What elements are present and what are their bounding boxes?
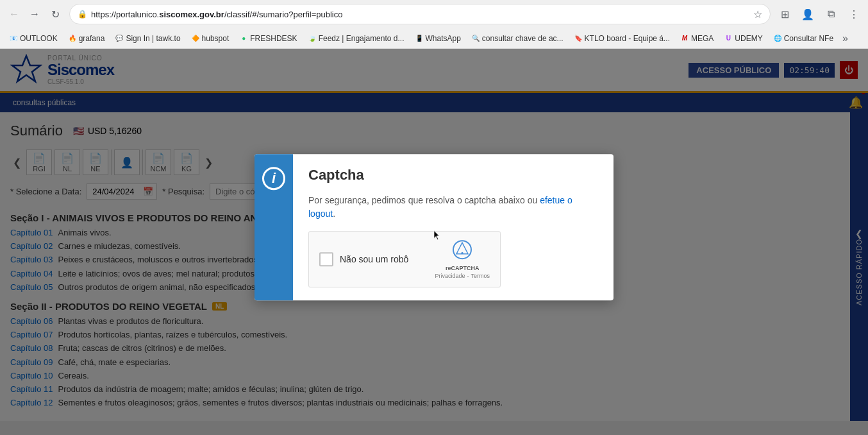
dialog-message-after: . bbox=[333, 209, 335, 219]
recaptcha-widget: Não sou um robô reCAPTCHA Privacidade - bbox=[308, 231, 501, 287]
address-bar[interactable]: 🔒 https://portalunico.siscomex.gov.br/cl… bbox=[69, 4, 771, 24]
recaptcha-brand-text: reCAPTCHA bbox=[446, 265, 480, 271]
bookmark-outlook[interactable]: 📧 OUTLOOK bbox=[5, 33, 62, 44]
back-button[interactable]: ← bbox=[5, 5, 23, 23]
bookmark-grafana-label: grafana bbox=[79, 34, 105, 43]
bookmark-star-icon[interactable]: ☆ bbox=[753, 8, 762, 21]
sidebar-icon[interactable]: ⊞ bbox=[776, 5, 794, 23]
bookmark-feedz[interactable]: 🍃 Feedz | Engajamento d... bbox=[304, 33, 408, 44]
freshdesk-favicon: ● bbox=[239, 34, 248, 43]
dialog-body: Captcha Por segurança, pedimos que resol… bbox=[293, 154, 613, 300]
dialog-info-icon: i bbox=[262, 167, 285, 190]
recaptcha-links: Privacidade - Termos bbox=[435, 273, 490, 279]
bookmark-outlook-label: OUTLOOK bbox=[20, 34, 58, 43]
bookmark-tawk[interactable]: 💬 Sign In | tawk.to bbox=[111, 33, 184, 44]
bookmark-ktlo-label: KTLO board - Equipe á... bbox=[585, 34, 670, 43]
bookmark-freshdesk-label: FRESHDESK bbox=[250, 34, 297, 43]
dialog-title: Captcha bbox=[308, 167, 598, 183]
consultar-nfe-favicon: 🌐 bbox=[773, 34, 782, 43]
bookmark-udemy-label: UDEMY bbox=[735, 34, 762, 43]
recaptcha-svg bbox=[452, 239, 472, 260]
consultar-chave-favicon: 🔍 bbox=[471, 34, 480, 43]
browser-nav-bar: ← → ↻ 🔒 https://portalunico.siscomex.gov… bbox=[0, 0, 868, 28]
lock-icon: 🔒 bbox=[78, 10, 87, 19]
outlook-favicon: 📧 bbox=[9, 34, 18, 43]
extensions-icon[interactable]: ⧉ bbox=[822, 5, 840, 23]
whatsapp-favicon: 📱 bbox=[415, 34, 424, 43]
grafana-favicon: 🔥 bbox=[68, 34, 77, 43]
ktlo-favicon: 🔖 bbox=[574, 34, 583, 43]
nav-buttons: ← → ↻ bbox=[5, 5, 64, 23]
bookmark-consultar-nfe[interactable]: 🌐 Consultar NFe bbox=[769, 33, 837, 44]
menu-icon[interactable]: ⋮ bbox=[845, 5, 863, 23]
svg-point-2 bbox=[462, 252, 463, 254]
recaptcha-checkbox[interactable] bbox=[319, 252, 333, 266]
recaptcha-privacy-link[interactable]: Privacidade bbox=[435, 273, 465, 279]
recaptcha-left: Não sou um robô bbox=[319, 252, 408, 266]
udemy-favicon: U bbox=[724, 34, 733, 43]
reload-button[interactable]: ↻ bbox=[46, 5, 64, 23]
bookmark-feedz-label: Feedz | Engajamento d... bbox=[319, 34, 405, 43]
dialog-message-before: Por segurança, pedimos que resolva o cap… bbox=[308, 195, 540, 205]
bookmark-ktlo[interactable]: 🔖 KTLO board - Equipe á... bbox=[570, 33, 674, 44]
browser-chrome: ← → ↻ 🔒 https://portalunico.siscomex.gov… bbox=[0, 0, 868, 49]
bookmark-tawk-label: Sign In | tawk.to bbox=[126, 34, 180, 43]
hubspot-favicon: 🔶 bbox=[191, 34, 200, 43]
recaptcha-label: Não sou um robô bbox=[340, 254, 408, 264]
bookmark-freshdesk[interactable]: ● FRESHDESK bbox=[235, 33, 301, 44]
url-suffix: /classif/#/sumario?perfil=publico bbox=[224, 10, 343, 19]
forward-button[interactable]: → bbox=[26, 5, 44, 23]
bookmark-consultar-nfe-label: Consultar NFe bbox=[784, 34, 833, 43]
dialog-sidebar: i bbox=[255, 154, 293, 300]
recaptcha-terms-link[interactable]: Termos bbox=[471, 273, 490, 279]
recaptcha-right: reCAPTCHA Privacidade - Termos bbox=[435, 239, 490, 279]
bookmarks-more-button[interactable]: » bbox=[840, 31, 851, 46]
bookmark-whatsapp-label: WhatsApp bbox=[426, 34, 461, 43]
recaptcha-logo-icon bbox=[452, 239, 472, 264]
url-text: https://portalunico.siscomex.gov.br/clas… bbox=[91, 10, 749, 19]
dialog-message: Por segurança, pedimos que resolva o cap… bbox=[308, 194, 598, 221]
mega-favicon: M bbox=[680, 34, 689, 43]
bookmark-consultar-chave[interactable]: 🔍 consultar chave de ac... bbox=[467, 33, 567, 44]
bookmark-mega-label: MEGA bbox=[691, 34, 714, 43]
tawk-favicon: 💬 bbox=[115, 34, 124, 43]
feedz-favicon: 🍃 bbox=[308, 34, 317, 43]
url-prefix: https://portalunico. bbox=[91, 10, 159, 19]
recaptcha-link-separator: - bbox=[467, 273, 469, 279]
url-domain: siscomex.gov.br bbox=[159, 10, 224, 19]
profile-icon[interactable]: 👤 bbox=[799, 5, 817, 23]
bookmark-grafana[interactable]: 🔥 grafana bbox=[64, 33, 109, 44]
bookmark-hubspot[interactable]: 🔶 hubspot bbox=[187, 33, 233, 44]
page-content: PORTAL ÚNICO Siscomex CLSF-55.1.0 ACESSO… bbox=[0, 49, 868, 435]
browser-actions: ⊞ 👤 ⧉ ⋮ bbox=[776, 5, 863, 23]
captcha-dialog: i Captcha Por segurança, pedimos que res… bbox=[255, 154, 613, 300]
bookmarks-bar: 📧 OUTLOOK 🔥 grafana 💬 Sign In | tawk.to … bbox=[0, 28, 868, 49]
bookmark-consultar-chave-label: consultar chave de ac... bbox=[482, 34, 563, 43]
bookmark-mega[interactable]: M MEGA bbox=[676, 33, 717, 44]
bookmark-hubspot-label: hubspot bbox=[202, 34, 230, 43]
bookmark-whatsapp[interactable]: 📱 WhatsApp bbox=[411, 33, 465, 44]
bookmark-udemy[interactable]: U UDEMY bbox=[720, 33, 766, 44]
